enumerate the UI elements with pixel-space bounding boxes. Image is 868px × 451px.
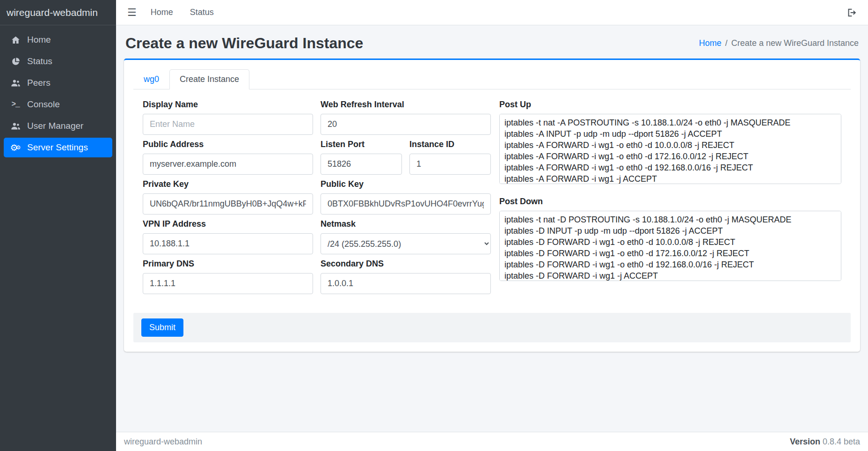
- sidebar-item-label: Server Settings: [27, 142, 88, 153]
- terminal-icon: >_: [8, 100, 22, 109]
- users-icon: [8, 78, 22, 88]
- submit-button[interactable]: Submit: [141, 318, 183, 337]
- content-area: Create a new WireGuard Instance Home / C…: [116, 25, 868, 432]
- pie-chart-icon: [8, 57, 22, 67]
- sidebar-item-label: User Manager: [27, 121, 83, 131]
- sign-out-icon: [846, 7, 857, 18]
- tab-wg0[interactable]: wg0: [133, 69, 169, 89]
- sidebar-item-label: Console: [27, 99, 60, 110]
- top-navbar: ☰ Home Status: [116, 0, 868, 25]
- brand-label: wireguard-webadmin: [7, 7, 98, 18]
- menu-icon: ☰: [127, 7, 137, 18]
- sidebar-item-user-manager[interactable]: User Manager: [4, 116, 112, 136]
- gears-icon: ⚙⚙: [8, 143, 22, 152]
- logout-button[interactable]: [846, 7, 857, 18]
- breadcrumb: Home / Create a new WireGuard Instance: [699, 38, 859, 48]
- netmask-label: Netmask: [321, 219, 491, 229]
- post-up-label: Post Up: [499, 100, 841, 110]
- post-up-group: Post Up iptables -t nat -A POSTROUTING -…: [499, 100, 841, 186]
- footer-brand: wireguard-webadmin: [124, 437, 202, 447]
- instance-id-label: Instance ID: [409, 140, 491, 149]
- menu-toggle-button[interactable]: ☰: [127, 7, 137, 18]
- private-key-input[interactable]: [143, 193, 313, 214]
- sidebar-item-peers[interactable]: Peers: [4, 73, 112, 93]
- netmask-group: Netmask /24 (255.255.255.0): [321, 219, 491, 254]
- sidebar-item-status[interactable]: Status: [4, 52, 112, 71]
- instance-tabs: wg0 Create Instance: [133, 69, 851, 89]
- topnav-link-home[interactable]: Home: [151, 7, 173, 17]
- private-key-group: Private Key: [143, 179, 313, 214]
- instance-id-input[interactable]: [409, 154, 491, 175]
- home-icon: [8, 35, 22, 45]
- form-footer: Submit: [133, 313, 851, 342]
- sidebar-item-label: Status: [27, 56, 52, 67]
- secondary-dns-input[interactable]: [321, 273, 491, 294]
- web-refresh-interval-label: Web Refresh Interval: [321, 100, 491, 110]
- web-refresh-interval-group: Web Refresh Interval: [321, 100, 491, 135]
- public-address-group: Public Address: [143, 140, 313, 175]
- breadcrumb-home-link[interactable]: Home: [699, 38, 722, 48]
- footer-version: Version 0.8.4 beta: [790, 437, 860, 447]
- sidebar: wireguard-webadmin Home Status Peers: [0, 0, 116, 451]
- public-key-input[interactable]: [321, 193, 491, 214]
- netmask-select[interactable]: /24 (255.255.255.0): [321, 233, 491, 254]
- vpn-ip-input[interactable]: [143, 233, 313, 254]
- display-name-group: Display Name: [143, 100, 313, 135]
- brand-link[interactable]: wireguard-webadmin: [0, 0, 116, 25]
- post-down-textarea[interactable]: iptables -t nat -D POSTROUTING -s 10.188…: [499, 211, 841, 281]
- public-key-label: Public Key: [321, 179, 491, 189]
- tab-create-instance[interactable]: Create Instance: [169, 69, 249, 89]
- post-up-textarea[interactable]: iptables -t nat -A POSTROUTING -s 10.188…: [499, 114, 841, 184]
- page-footer: wireguard-webadmin Version 0.8.4 beta: [116, 432, 868, 451]
- secondary-dns-label: Secondary DNS: [321, 259, 491, 269]
- listen-port-input[interactable]: [321, 154, 402, 175]
- sidebar-item-label: Peers: [27, 78, 51, 88]
- form-right-column: Post Up iptables -t nat -A POSTROUTING -…: [499, 100, 841, 299]
- instance-card: wg0 Create Instance Display Name Web Ref: [124, 59, 860, 352]
- topnav-link-status[interactable]: Status: [190, 7, 214, 17]
- breadcrumb-current: Create a new WireGuard Instance: [731, 38, 859, 48]
- form-left-columns: Display Name Web Refresh Interval Public…: [143, 100, 491, 299]
- instance-form: Display Name Web Refresh Interval Public…: [133, 89, 851, 299]
- primary-dns-input[interactable]: [143, 273, 313, 294]
- display-name-label: Display Name: [143, 100, 313, 110]
- listen-port-label: Listen Port: [321, 140, 402, 149]
- main-area: ☰ Home Status Create a new WireGuard Ins…: [116, 0, 868, 451]
- sidebar-item-server-settings[interactable]: ⚙⚙ Server Settings: [4, 138, 112, 157]
- web-refresh-interval-input[interactable]: [321, 114, 491, 135]
- post-down-label: Post Down: [499, 197, 841, 207]
- public-address-input[interactable]: [143, 154, 313, 175]
- sidebar-item-console[interactable]: >_ Console: [4, 95, 112, 114]
- port-id-group: Listen Port Instance ID: [321, 140, 491, 175]
- instance-id-group: Instance ID: [409, 140, 491, 175]
- primary-dns-group: Primary DNS: [143, 259, 313, 294]
- page-title: Create a new WireGuard Instance: [125, 35, 363, 52]
- post-down-group: Post Down iptables -t nat -D POSTROUTING…: [499, 197, 841, 283]
- public-address-label: Public Address: [143, 140, 313, 149]
- sidebar-nav: Home Status Peers >_ Console: [0, 25, 116, 162]
- public-key-group: Public Key: [321, 179, 491, 214]
- breadcrumb-separator: /: [725, 38, 728, 48]
- private-key-label: Private Key: [143, 179, 313, 189]
- footer-version-value: 0.8.4 beta: [823, 437, 860, 446]
- content-header: Create a new WireGuard Instance Home / C…: [124, 25, 860, 59]
- footer-version-label: Version: [790, 437, 820, 446]
- vpn-ip-label: VPN IP Address: [143, 219, 313, 229]
- vpn-ip-group: VPN IP Address: [143, 219, 313, 254]
- sidebar-item-home[interactable]: Home: [4, 30, 112, 50]
- users-icon: [8, 121, 22, 131]
- secondary-dns-group: Secondary DNS: [321, 259, 491, 294]
- display-name-input[interactable]: [143, 114, 313, 135]
- listen-port-group: Listen Port: [321, 140, 402, 175]
- primary-dns-label: Primary DNS: [143, 259, 313, 269]
- app-window: wireguard-webadmin Home Status Peers: [0, 0, 868, 451]
- sidebar-item-label: Home: [27, 35, 51, 45]
